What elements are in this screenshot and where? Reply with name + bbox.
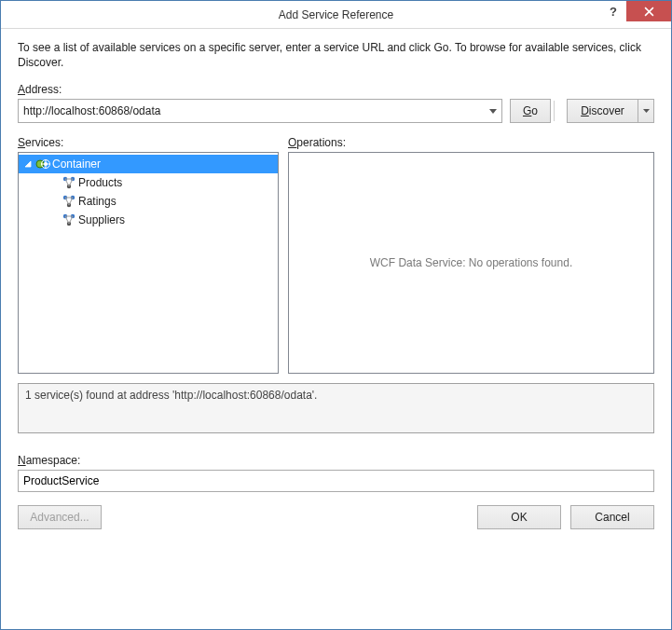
operations-list[interactable]: WCF Data Service: No operations found. xyxy=(288,152,654,374)
help-button[interactable]: ? xyxy=(600,1,626,21)
tree-node-container[interactable]: Container xyxy=(19,155,278,173)
address-label: Address: xyxy=(18,83,654,96)
address-row: Go Discover xyxy=(18,99,654,123)
tree-node-child[interactable]: Products xyxy=(19,173,278,192)
entity-icon xyxy=(62,194,76,209)
services-tree[interactable]: Container Products Ratings Supplier xyxy=(18,152,279,374)
services-label: Services: xyxy=(18,136,279,149)
tree-node-label: Ratings xyxy=(78,195,117,208)
panels-row: Services: Container Products xyxy=(18,136,654,374)
advanced-button[interactable]: Advanced... xyxy=(18,505,102,529)
close-icon xyxy=(644,7,654,17)
go-button[interactable]: Go xyxy=(510,99,551,123)
separator xyxy=(554,101,555,121)
ok-button[interactable]: OK xyxy=(477,505,561,529)
entity-icon xyxy=(62,212,76,227)
discover-split-button: Discover xyxy=(567,99,654,123)
instructions-text: To see a list of available services on a… xyxy=(18,40,654,70)
status-text: 1 service(s) found at address 'http://lo… xyxy=(25,389,317,402)
dialog-content: To see a list of available services on a… xyxy=(1,29,671,629)
collapse-icon[interactable] xyxy=(22,158,34,170)
status-box: 1 service(s) found at address 'http://lo… xyxy=(18,383,654,433)
window-title: Add Service Reference xyxy=(279,8,393,21)
footer: Advanced... OK Cancel xyxy=(18,505,654,529)
address-input[interactable] xyxy=(18,99,502,123)
tree: Container Products Ratings Supplier xyxy=(19,153,278,231)
operations-empty-text: WCF Data Service: No operations found. xyxy=(289,153,653,373)
dialog-window: Add Service Reference ? To see a list of… xyxy=(0,0,672,630)
service-icon xyxy=(35,157,50,171)
tree-node-child[interactable]: Ratings xyxy=(19,192,278,211)
address-dropdown-button[interactable] xyxy=(485,100,501,122)
titlebar: Add Service Reference ? xyxy=(1,1,671,29)
operations-column: Operations: WCF Data Service: No operati… xyxy=(288,136,654,374)
cancel-button[interactable]: Cancel xyxy=(570,505,654,529)
namespace-label: Namespace: xyxy=(18,454,654,467)
tree-node-child[interactable]: Suppliers xyxy=(19,211,278,229)
operations-label: Operations: xyxy=(288,136,654,149)
chevron-down-icon xyxy=(489,109,497,114)
address-combo xyxy=(18,99,502,123)
entity-icon xyxy=(62,175,76,190)
discover-dropdown-button[interactable] xyxy=(638,99,654,123)
namespace-input[interactable] xyxy=(18,470,654,492)
chevron-down-icon xyxy=(643,109,650,113)
tree-node-label: Products xyxy=(78,176,122,189)
tree-node-label: Container xyxy=(52,158,101,171)
close-button[interactable] xyxy=(626,1,671,21)
titlebar-controls: ? xyxy=(600,1,671,29)
tree-node-label: Suppliers xyxy=(78,213,125,226)
services-column: Services: Container Products xyxy=(18,136,279,374)
discover-button[interactable]: Discover xyxy=(567,99,638,123)
